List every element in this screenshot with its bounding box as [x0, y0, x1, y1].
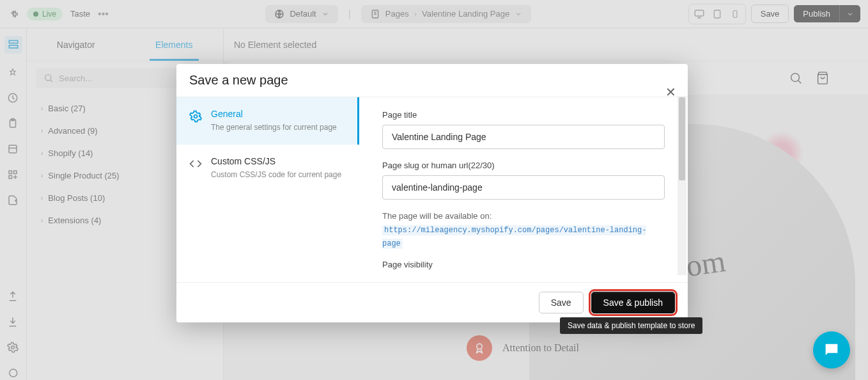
- gear-icon: [189, 110, 202, 123]
- availability-hint: The page will be available on:: [382, 211, 665, 221]
- publish-tooltip: Save data & publish template to store: [560, 317, 702, 334]
- slug-input[interactable]: [382, 175, 665, 200]
- modal-nav-general[interactable]: General The general settings for current…: [176, 97, 359, 145]
- close-icon[interactable]: ✕: [665, 84, 676, 100]
- nav-general-title: General: [211, 109, 337, 119]
- page-title-label: Page title: [382, 110, 665, 120]
- save-page-modal: Save a new page ✕ General The general se…: [176, 64, 688, 322]
- chat-icon: [823, 341, 841, 359]
- nav-general-desc: The general settings for current page: [211, 122, 337, 133]
- svg-point-19: [194, 115, 198, 118]
- modal-save-publish-button[interactable]: Save & publish: [591, 292, 675, 313]
- nav-custom-desc: Custom CSS/JS code for current page: [211, 169, 341, 180]
- visibility-label: Page visibility: [382, 260, 665, 269]
- page-title-input[interactable]: [382, 125, 665, 149]
- modal-nav-custom[interactable]: Custom CSS/JS Custom CSS/JS code for cur…: [176, 145, 359, 192]
- scroll-thumb[interactable]: [679, 97, 685, 180]
- slug-label: Page slug or human url(22/30): [382, 161, 665, 170]
- nav-custom-title: Custom CSS/JS: [211, 156, 341, 166]
- modal-title: Save a new page: [189, 73, 288, 87]
- code-icon: [189, 157, 202, 170]
- chat-fab-button[interactable]: [813, 331, 850, 368]
- modal-save-button[interactable]: Save: [539, 292, 584, 313]
- modal-scrollbar[interactable]: [678, 96, 686, 275]
- availability-url[interactable]: https://mileagency.myshopify.com/pages/v…: [382, 225, 646, 249]
